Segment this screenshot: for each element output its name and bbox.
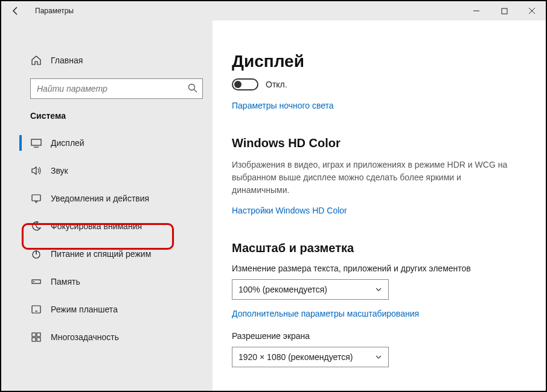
sidebar-section-heading: Система xyxy=(1,111,213,129)
window-title: Параметры xyxy=(35,7,74,15)
hd-color-description: Изображения в видео, играх и приложениях… xyxy=(232,159,510,197)
resolution-field-label: Разрешение экрана xyxy=(232,331,526,341)
sidebar-item-label: Питание и спящий режим xyxy=(51,249,151,259)
arrow-left-icon xyxy=(11,6,21,16)
chevron-down-icon xyxy=(375,353,382,361)
svg-rect-9 xyxy=(37,333,40,337)
sidebar-item-label: Фокусировка внимания xyxy=(51,221,142,231)
sidebar-item-label: Звук xyxy=(51,166,68,175)
sidebar-item-multitask[interactable]: Многозадачность xyxy=(1,323,213,351)
night-light-toggle[interactable] xyxy=(232,78,258,90)
svg-rect-8 xyxy=(32,333,36,337)
moon-icon xyxy=(30,220,42,232)
sidebar-item-label: Режим планшета xyxy=(51,305,118,314)
speaker-icon xyxy=(30,165,42,177)
chevron-down-icon xyxy=(375,286,382,293)
sidebar-item-power[interactable]: Питание и спящий режим xyxy=(1,240,213,268)
sidebar-item-storage[interactable]: Память xyxy=(1,268,213,296)
svg-rect-2 xyxy=(31,139,41,145)
multitask-icon xyxy=(30,331,42,343)
sidebar-item-notifications[interactable]: Уведомления и действия xyxy=(1,185,213,212)
sidebar-item-sound[interactable]: Звук xyxy=(1,157,213,185)
notification-icon xyxy=(30,192,42,204)
home-label: Главная xyxy=(51,55,83,65)
titlebar: Параметры xyxy=(1,1,546,21)
power-icon xyxy=(30,248,42,260)
resolution-dropdown[interactable]: 1920 × 1080 (рекомендуется) xyxy=(232,347,389,367)
night-light-toggle-row: Откл. xyxy=(232,78,526,90)
sidebar-item-display[interactable]: Дисплей xyxy=(1,129,213,157)
sidebar-item-focus[interactable]: Фокусировка внимания xyxy=(1,212,213,240)
sidebar-item-label: Уведомления и действия xyxy=(51,194,149,203)
window-controls xyxy=(462,1,546,21)
back-button[interactable] xyxy=(1,1,30,21)
close-button[interactable] xyxy=(518,1,546,21)
svg-rect-11 xyxy=(37,338,40,341)
scale-heading: Масштаб и разметка xyxy=(232,241,526,255)
scale-field-label: Изменение размера текста, приложений и д… xyxy=(232,264,526,273)
svg-point-6 xyxy=(33,281,34,282)
scale-dropdown[interactable]: 100% (рекомендуется) xyxy=(232,279,389,300)
svg-point-1 xyxy=(189,84,195,90)
maximize-button[interactable] xyxy=(490,1,518,21)
svg-rect-3 xyxy=(32,195,40,201)
sidebar-item-tablet[interactable]: Режим планшета xyxy=(1,296,213,323)
hd-color-heading: Windows HD Color xyxy=(232,136,526,150)
tablet-icon xyxy=(30,303,42,315)
sidebar: Главная Система Дисплей Звук Уведо xyxy=(1,21,213,391)
content-area: Дисплей Откл. Параметры ночного света Wi… xyxy=(213,21,546,391)
toggle-state-label: Откл. xyxy=(266,80,287,89)
maximize-icon xyxy=(501,8,508,14)
page-title: Дисплей xyxy=(232,52,526,71)
home-link[interactable]: Главная xyxy=(1,49,213,71)
search-icon xyxy=(187,83,198,96)
minimize-button[interactable] xyxy=(462,1,490,21)
advanced-scaling-link[interactable]: Дополнительные параметры масштабирования xyxy=(232,309,419,318)
search-input[interactable] xyxy=(30,78,203,99)
search-container xyxy=(30,78,203,99)
close-icon xyxy=(528,7,536,14)
svg-rect-0 xyxy=(502,8,507,14)
toggle-knob xyxy=(234,81,242,88)
minimize-icon xyxy=(473,7,480,14)
night-light-settings-link[interactable]: Параметры ночного света xyxy=(232,101,334,110)
sidebar-item-label: Многозадачность xyxy=(51,332,119,342)
storage-icon xyxy=(30,276,42,288)
sidebar-item-label: Дисплей xyxy=(51,138,85,148)
hd-color-settings-link[interactable]: Настройки Windows HD Color xyxy=(232,206,347,215)
svg-rect-10 xyxy=(32,338,36,341)
resolution-dropdown-value: 1920 × 1080 (рекомендуется) xyxy=(238,352,353,362)
svg-rect-7 xyxy=(32,306,40,313)
monitor-icon xyxy=(30,137,42,149)
sidebar-item-label: Память xyxy=(51,277,80,286)
home-icon xyxy=(30,54,42,66)
scale-dropdown-value: 100% (рекомендуется) xyxy=(238,285,327,294)
